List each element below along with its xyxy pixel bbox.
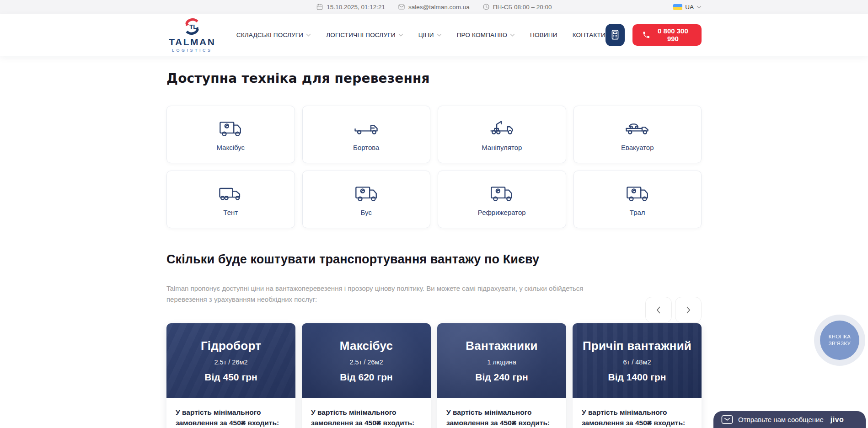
truck-icon (217, 183, 244, 203)
price-card-note: У вартість мінімального замовлення за 45… (166, 398, 295, 428)
chevron-down-icon (398, 33, 403, 37)
vehicle-label: Рефрижератор (478, 209, 526, 216)
carousel-nav (645, 297, 702, 323)
vehicle-card[interactable]: Бус (302, 171, 431, 228)
price-card-image: Причіп вантажний 6т / 48м2 Від 1400 грн (573, 323, 702, 398)
nav-item-label: ЛОГІСТИЧНІ ПОСЛУГИ (326, 32, 395, 38)
vehicle-card[interactable]: Евакуатор (573, 106, 702, 163)
logo-subtitle: LOGISTICS (172, 48, 213, 53)
working-hours: ПН-СБ 08:00 – 20:00 (482, 3, 552, 11)
datetime-value: 15.10.2025, 01:12:21 (327, 4, 385, 11)
vehicle-label: Максібус (216, 144, 245, 151)
truck-icon (624, 118, 651, 138)
price-card-subtitle: 6т / 48м2 (623, 358, 651, 366)
chevron-down-icon (306, 33, 311, 37)
chevron-down-icon (437, 33, 442, 37)
carousel-next-button[interactable] (675, 297, 702, 323)
logo[interactable]: TL TALMAN LOGISTICS (166, 17, 218, 53)
nav-item[interactable]: ЦІНИ (418, 32, 442, 38)
nav-item[interactable]: ЛОГІСТИЧНІ ПОСЛУГИ (326, 32, 403, 38)
email-value: sales@talman.com.ua (408, 4, 470, 11)
calculator-icon (609, 28, 621, 41)
price-card-price: Від 620 грн (340, 372, 392, 383)
price-card-title: Вантажники (466, 339, 537, 353)
phone-button[interactable]: 0 800 300 990 (632, 24, 702, 46)
vehicle-card[interactable]: Тент (166, 171, 295, 228)
truck-icon (488, 183, 515, 203)
price-card-image: Максібус 2.5т / 26м2 Від 620 грн (302, 323, 431, 398)
truck-icon (353, 118, 380, 138)
price-card-price: Від 450 грн (204, 372, 257, 383)
ua-flag-icon (673, 4, 682, 10)
chevron-left-icon (656, 306, 661, 314)
price-card[interactable]: Вантажники 1 людина Від 240 грн У вартіс… (437, 323, 566, 428)
chevron-down-icon (697, 5, 702, 9)
nav-item[interactable]: НОВИНИ (530, 32, 557, 38)
nav-item-label: СКЛАДСЬКІ ПОСЛУГИ (236, 32, 303, 38)
vehicle-label: Бортова (353, 144, 379, 151)
chat-label: Отправьте нам сообщение (738, 416, 824, 423)
callback-button[interactable]: КНОПКА ЗВ'ЯЗКУ (820, 321, 859, 360)
price-card-subtitle: 2.5т / 26м2 (214, 358, 247, 366)
envelope-icon (398, 3, 405, 11)
vehicles-section: Доступна техніка для перевезення Максібу… (166, 71, 702, 228)
vehicle-card[interactable]: Максібус (166, 106, 295, 163)
phone-number: 0 800 300 990 (654, 27, 691, 43)
email-link[interactable]: sales@talman.com.ua (398, 3, 470, 11)
truck-icon (488, 118, 515, 138)
topbar: 15.10.2025, 01:12:21 sales@talman.com.ua… (0, 0, 868, 14)
price-card-note: У вартість мінімального замовлення за 45… (573, 398, 702, 428)
datetime: 15.10.2025, 01:12:21 (316, 3, 385, 11)
hours-value: ПН-СБ 08:00 – 20:00 (493, 4, 552, 11)
price-card-note: У вартість мінімального замовлення за 45… (437, 398, 566, 428)
logo-title: TALMAN (169, 37, 215, 47)
chevron-right-icon (686, 306, 691, 314)
logo-icon: TL (182, 17, 202, 36)
language-code: UA (685, 4, 694, 11)
chevron-down-icon (510, 33, 515, 37)
nav-item[interactable]: КОНТАКТИ (573, 32, 605, 38)
vehicle-label: Бус (361, 209, 372, 216)
price-card[interactable]: Причіп вантажний 6т / 48м2 Від 1400 грн … (573, 323, 702, 428)
truck-icon (624, 183, 651, 203)
header: TL TALMAN LOGISTICS СКЛАДСЬКІ ПОСЛУГИ ЛО… (0, 14, 868, 56)
price-card-title: Гідроборт (201, 339, 261, 353)
vehicle-card[interactable]: Бортова (302, 106, 431, 163)
vehicle-label: Евакуатор (621, 144, 654, 151)
clock-icon (482, 3, 490, 11)
callback-label: КНОПКА ЗВ'ЯЗКУ (825, 333, 854, 347)
nav-item[interactable]: СКЛАДСЬКІ ПОСЛУГИ (236, 32, 311, 38)
pricing-description: Talman пропонує доступні ціни на вантажо… (166, 283, 587, 305)
calendar-icon (316, 3, 323, 11)
price-card-title: Максібус (340, 339, 393, 353)
price-card-price: Від 1400 грн (608, 372, 666, 383)
chat-envelope-icon (721, 415, 733, 424)
vehicles-grid: Максібус Бортова Маніпулятор Евакуатор (166, 106, 702, 228)
vehicle-label: Маніпулятор (482, 144, 522, 151)
price-card[interactable]: Максібус 2.5т / 26м2 Від 620 грн У варті… (302, 323, 431, 428)
pricing-title: Скільки буде коштувати транспортування в… (166, 252, 702, 267)
truck-icon (353, 183, 380, 203)
price-card[interactable]: Гідроборт 2.5т / 26м2 Від 450 грн У варт… (166, 323, 295, 428)
vehicle-card[interactable]: Трал (573, 171, 702, 228)
price-card-subtitle: 1 людина (487, 358, 516, 366)
chat-widget[interactable]: Отправьте нам сообщение jivo (713, 411, 866, 428)
price-card-note: У вартість мінімального замовлення за 45… (302, 398, 431, 428)
nav-item-label: КОНТАКТИ (573, 32, 605, 38)
price-card-price: Від 240 грн (475, 372, 528, 383)
phone-icon (643, 31, 650, 39)
vehicle-card[interactable]: Рефрижератор (438, 171, 566, 228)
truck-icon (217, 118, 244, 138)
price-card-image: Гідроборт 2.5т / 26м2 Від 450 грн (166, 323, 295, 398)
nav-item[interactable]: ПРО КОМПАНІЮ (457, 32, 515, 38)
vehicle-card[interactable]: Маніпулятор (438, 106, 566, 163)
carousel-prev-button[interactable] (645, 297, 672, 323)
pricing-cards: Гідроборт 2.5т / 26м2 Від 450 грн У варт… (166, 323, 702, 428)
main-nav: СКЛАДСЬКІ ПОСЛУГИ ЛОГІСТИЧНІ ПОСЛУГИ ЦІН… (236, 32, 605, 38)
language-selector[interactable]: UA (673, 0, 702, 14)
nav-item-label: ПРО КОМПАНІЮ (457, 32, 507, 38)
vehicle-label: Трал (630, 209, 645, 216)
calculator-button[interactable] (605, 24, 625, 46)
price-card-subtitle: 2.5т / 26м2 (349, 358, 383, 366)
chat-brand: jivo (830, 416, 844, 424)
